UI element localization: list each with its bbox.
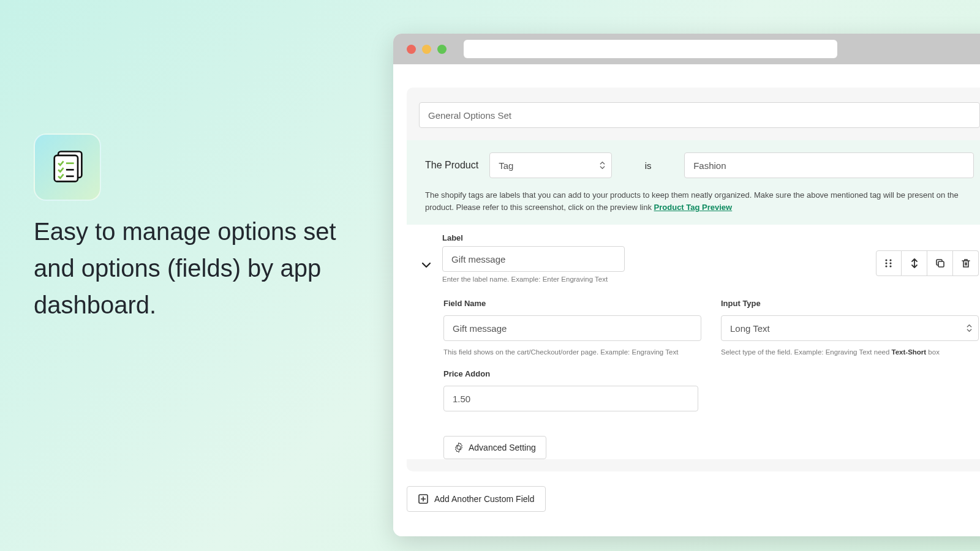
promo-headline: Easy to manage options set and options (… bbox=[34, 213, 352, 323]
select-caret-icon bbox=[600, 162, 605, 170]
price-addon-input[interactable] bbox=[443, 386, 698, 411]
url-bar[interactable] bbox=[464, 40, 837, 58]
svg-point-10 bbox=[889, 266, 891, 268]
input-type-select[interactable]: Long Text bbox=[721, 315, 979, 341]
price-addon-title: Price Addon bbox=[443, 369, 698, 378]
condition-prefix: The Product bbox=[425, 160, 478, 171]
add-field-label: Add Another Custom Field bbox=[434, 494, 534, 504]
collapse-toggle[interactable] bbox=[420, 259, 432, 274]
svg-rect-1 bbox=[55, 156, 78, 182]
field-name-help: This field shows on the cart/Checkout/or… bbox=[443, 348, 701, 356]
window-titlebar bbox=[393, 34, 980, 64]
window-minimize-dot[interactable] bbox=[422, 45, 431, 54]
condition-block: The Product Tag is The shopify tags are … bbox=[407, 140, 980, 225]
label-help: Enter the label name. Example: Enter Eng… bbox=[442, 276, 625, 283]
option-set-name-input[interactable] bbox=[419, 102, 980, 128]
reorder-icon[interactable] bbox=[902, 250, 927, 276]
svg-point-9 bbox=[889, 263, 891, 264]
advanced-setting-label: Advanced Setting bbox=[469, 443, 536, 452]
window-close-dot[interactable] bbox=[407, 45, 416, 54]
svg-rect-12 bbox=[938, 261, 944, 267]
svg-point-5 bbox=[885, 260, 887, 261]
condition-hint: The shopify tags are labels that you can… bbox=[425, 189, 974, 214]
svg-point-6 bbox=[885, 263, 887, 264]
field-name-title: Field Name bbox=[443, 299, 701, 308]
app-icon bbox=[34, 133, 101, 201]
condition-attribute-select[interactable]: Tag bbox=[489, 152, 612, 178]
input-type-value: Long Text bbox=[730, 323, 770, 334]
svg-point-7 bbox=[885, 266, 887, 268]
select-caret-icon bbox=[967, 324, 972, 332]
add-custom-field-button[interactable]: Add Another Custom Field bbox=[407, 486, 546, 512]
field-card: Label Enter the label name. Example: Ent… bbox=[407, 225, 980, 459]
label-title: Label bbox=[442, 233, 625, 242]
duplicate-icon[interactable] bbox=[927, 250, 953, 276]
window-zoom-dot[interactable] bbox=[437, 45, 447, 54]
label-input[interactable] bbox=[442, 246, 625, 272]
app-window: The Product Tag is The shopify tags are … bbox=[393, 34, 980, 536]
condition-value-input[interactable] bbox=[684, 152, 974, 178]
input-type-title: Input Type bbox=[721, 299, 979, 308]
input-type-help: Select type of the field. Example: Engra… bbox=[721, 348, 979, 356]
svg-point-8 bbox=[889, 260, 891, 261]
product-tag-preview-link[interactable]: Product Tag Preview bbox=[654, 203, 733, 212]
condition-attribute-value: Tag bbox=[499, 160, 513, 171]
plus-box-icon bbox=[418, 494, 428, 504]
condition-operator: is bbox=[623, 160, 673, 171]
field-name-input[interactable] bbox=[443, 315, 701, 341]
delete-icon[interactable] bbox=[953, 250, 979, 276]
advanced-setting-button[interactable]: Advanced Setting bbox=[443, 436, 546, 459]
gear-icon bbox=[454, 443, 464, 452]
drag-handle-icon[interactable] bbox=[876, 250, 902, 276]
